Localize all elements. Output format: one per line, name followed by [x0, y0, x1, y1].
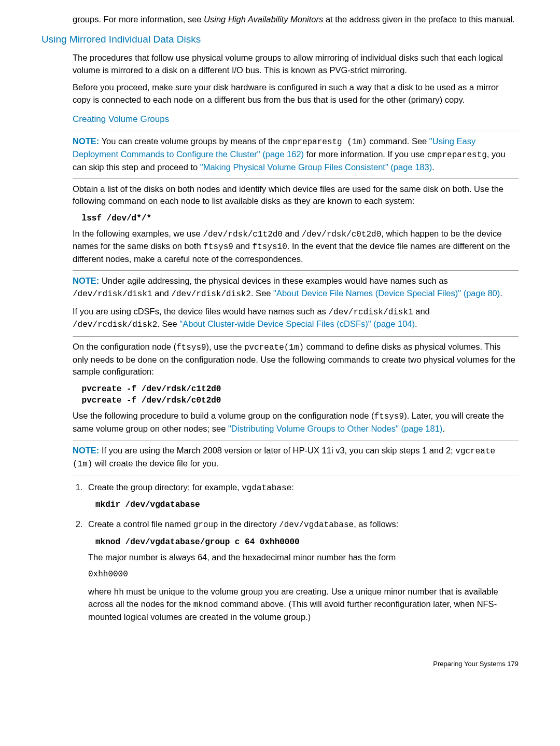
inline-code: /dev/rcdisk/disk1	[328, 308, 413, 317]
section-heading-mirrored-disks: Using Mirrored Individual Data Disks	[41, 33, 519, 47]
citation-title: Using High Availability Monitors	[204, 15, 323, 24]
text: Under agile addressing, the physical dev…	[99, 276, 447, 285]
text: You can create volume groups by means of…	[99, 136, 282, 146]
paragraph: The major number is always 64, and the h…	[88, 551, 519, 563]
paragraph: In the following examples, we use /dev/r…	[73, 228, 519, 266]
paragraph: Create a control file named group in the…	[88, 518, 519, 531]
paragraph: The procedures that follow use physical …	[73, 52, 519, 76]
link-device-file-names[interactable]: "About Device File Names (Device Special…	[273, 288, 500, 298]
paragraph: Create the group directory; for example,…	[88, 481, 519, 494]
text: .	[432, 162, 435, 172]
inline-code: /dev/rdsk/c1t2d0	[203, 230, 283, 239]
code-block-mknod: mknod /dev/vgdatabase/group c 64 0xhh000…	[95, 536, 519, 548]
text: .	[415, 319, 417, 328]
divider	[73, 270, 519, 271]
paragraph: If you are using cDSFs, the device files…	[73, 306, 519, 331]
paragraph: Use the following procedure to build a v…	[73, 410, 519, 435]
inline-code: cmpreparestg	[427, 150, 487, 160]
text: for more information. If you use	[304, 149, 427, 159]
code-block-mkdir: mkdir /dev/vgdatabase	[95, 499, 519, 511]
inline-code: ftsys9	[203, 242, 233, 252]
list-item: Create the group directory; for example,…	[85, 481, 519, 511]
inline-code: ftsys9	[176, 343, 206, 352]
inline-code: ftsys10	[253, 242, 287, 252]
text: and	[233, 241, 253, 251]
note-label: NOTE:	[73, 136, 99, 146]
intro-paragraph: groups. For more information, see Using …	[73, 13, 519, 25]
numbered-list: Create the group directory; for example,…	[73, 481, 519, 624]
inline-code: /dev/rcdisk/disk2	[73, 320, 157, 329]
inline-code: /dev/rdisk/disk1	[73, 289, 152, 299]
text: Create a control file named	[88, 519, 193, 529]
divider	[73, 440, 519, 440]
link-distributing-volume-groups[interactable]: "Distributing Volume Groups to Other Nod…	[228, 424, 442, 433]
note-label: NOTE:	[73, 276, 99, 285]
text: Create the group directory; for example,	[88, 482, 242, 492]
inline-code: 0xhh0000	[88, 569, 519, 581]
paragraph: Before you proceed, make sure your disk …	[73, 81, 519, 106]
inline-code: group	[193, 520, 218, 530]
divider	[73, 476, 519, 476]
subsection-heading-creating-volume-groups: Creating Volume Groups	[73, 113, 519, 126]
note-label: NOTE:	[73, 446, 99, 455]
code-block-pvcreate: pvcreate -f /dev/rdsk/c1t2d0 pvcreate -f…	[77, 383, 519, 407]
text: at the address given in the preface to t…	[323, 15, 515, 24]
link-cluster-wide-dsf[interactable]: "About Cluster-wide Device Special Files…	[179, 319, 415, 328]
text: :	[291, 482, 294, 492]
inline-code: /dev/rdsk/c0t2d0	[302, 230, 382, 239]
text: In the following examples, we use	[73, 229, 203, 238]
text: If you are using the March 2008 version …	[99, 446, 455, 455]
inline-code: /dev/vgdatabase	[279, 520, 354, 530]
note-block: NOTE: You can create volume groups by me…	[73, 135, 519, 173]
text: If you are using cDSFs, the device files…	[73, 307, 328, 316]
paragraph: where hh must be unique to the volume gr…	[88, 586, 519, 624]
text: will create the device file for you.	[92, 459, 218, 468]
text: ), use the	[206, 342, 244, 351]
inline-code: /dev/rdisk/disk2	[171, 289, 251, 299]
inline-code: cmpreparestg (1m)	[282, 137, 367, 147]
text: and	[283, 229, 302, 238]
inline-code: hh	[114, 588, 124, 597]
text: command. See	[367, 136, 429, 146]
text: , as follows:	[354, 519, 398, 529]
text: and	[413, 307, 430, 316]
note-block: NOTE: If you are using the March 2008 ve…	[73, 445, 519, 470]
text: Use the following procedure to build a v…	[73, 411, 374, 420]
divider	[73, 336, 519, 337]
text: and	[152, 288, 172, 298]
text: where	[88, 587, 114, 596]
note-block: NOTE: Under agile addressing, the physic…	[73, 275, 519, 300]
text: . See	[251, 288, 273, 298]
inline-code: ftsys9	[374, 412, 404, 421]
inline-code: mknod	[193, 600, 218, 610]
text: in the directory	[218, 519, 279, 529]
paragraph: Obtain a list of the disks on both nodes…	[73, 183, 519, 208]
divider	[73, 131, 519, 131]
text: .	[500, 288, 502, 298]
paragraph: On the configuration node (ftsys9), use …	[73, 341, 519, 378]
text: . See	[157, 319, 179, 328]
text: .	[442, 424, 445, 433]
inline-code: vgdatabase	[242, 483, 291, 493]
page-footer: Preparing Your Systems 179	[0, 660, 519, 668]
list-item: Create a control file named group in the…	[85, 518, 519, 623]
divider	[73, 178, 519, 179]
inline-code: pvcreate(1m)	[244, 343, 304, 352]
code-block-lssf: lssf /dev/d*/*	[77, 213, 519, 225]
link-making-physical-volume[interactable]: "Making Physical Volume Group Files Cons…	[200, 162, 432, 172]
text: groups. For more information, see	[73, 15, 204, 24]
text: On the configuration node (	[73, 342, 176, 351]
